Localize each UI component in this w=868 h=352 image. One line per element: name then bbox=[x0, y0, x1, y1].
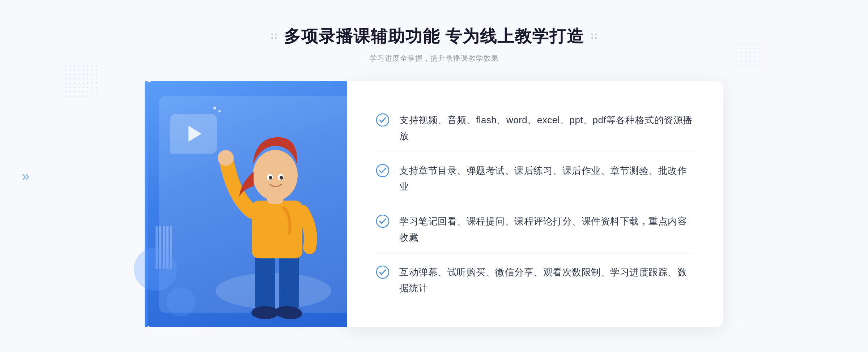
svg-rect-5 bbox=[252, 201, 302, 258]
accent-bar bbox=[145, 81, 148, 327]
check-icon-2 bbox=[376, 164, 389, 177]
check-icon-1 bbox=[376, 113, 389, 126]
feature-text-2: 支持章节目录、弹题考试、课后练习、课后作业、章节测验、批改作业 bbox=[399, 163, 694, 194]
svg-point-11 bbox=[269, 176, 272, 180]
svg-point-3 bbox=[251, 306, 279, 319]
deco-circle-2 bbox=[166, 287, 195, 316]
check-icon-3 bbox=[376, 215, 389, 228]
sparkle-decoration bbox=[213, 107, 221, 112]
svg-point-13 bbox=[376, 114, 389, 126]
feature-text-1: 支持视频、音频、flash、word、excel、ppt、pdf等各种格式的资源… bbox=[399, 112, 694, 144]
svg-point-16 bbox=[376, 266, 389, 278]
dot-pattern-left bbox=[65, 65, 97, 97]
feature-item-2: 支持章节目录、弹题考试、课后练习、课后作业、章节测验、批改作业 bbox=[376, 155, 694, 202]
check-icon-4 bbox=[376, 266, 389, 279]
main-content: 支持视频、音频、flash、word、excel、ppt、pdf等各种格式的资源… bbox=[145, 81, 723, 327]
deco-circle-1 bbox=[134, 248, 177, 291]
svg-point-14 bbox=[376, 164, 389, 177]
header-dots-right bbox=[591, 34, 597, 39]
svg-point-6 bbox=[218, 150, 234, 166]
header-dots-left bbox=[271, 34, 277, 39]
header-title-row: 多项录播课辅助功能 专为线上教学打造 bbox=[271, 25, 597, 48]
illustration-card bbox=[145, 81, 347, 327]
feature-item-1: 支持视频、音频、flash、word、excel、ppt、pdf等各种格式的资源… bbox=[376, 105, 694, 151]
deco-arrow-left: » bbox=[22, 168, 30, 184]
feature-text-4: 互动弹幕、试听购买、微信分享、观看次数限制、学习进度跟踪、数据统计 bbox=[399, 264, 694, 296]
svg-point-12 bbox=[280, 176, 283, 180]
human-figure bbox=[205, 117, 342, 327]
svg-point-8 bbox=[253, 150, 298, 201]
feature-text-3: 学习笔记回看、课程提问、课程评论打分、课件资料下载，重点内容收藏 bbox=[399, 213, 694, 245]
main-title: 多项录播课辅助功能 专为线上教学打造 bbox=[284, 25, 584, 48]
features-card: 支持视频、音频、flash、word、excel、ppt、pdf等各种格式的资源… bbox=[347, 81, 723, 327]
svg-point-15 bbox=[376, 215, 389, 227]
subtitle: 学习进度全掌握，提升录播课教学效果 bbox=[271, 53, 597, 63]
feature-item-3: 学习笔记回看、课程提问、课程评论打分、课件资料下载，重点内容收藏 bbox=[376, 206, 694, 253]
play-triangle bbox=[188, 126, 201, 142]
header-section: 多项录播课辅助功能 专为线上教学打造 学习进度全掌握，提升录播课教学效果 bbox=[271, 25, 597, 63]
feature-item-4: 互动弹幕、试听购买、微信分享、观看次数限制、学习进度跟踪、数据统计 bbox=[376, 257, 694, 303]
dot-pattern-right: (function(){ const el = document.querySe… bbox=[736, 43, 760, 66]
